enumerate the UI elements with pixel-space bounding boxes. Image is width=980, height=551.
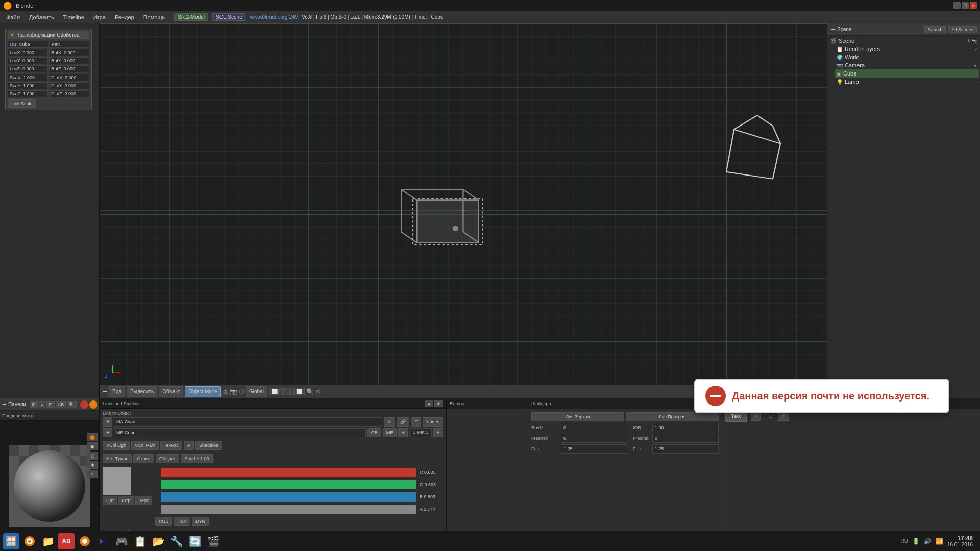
notification-popup[interactable]: Данная версия почти не используется. (694, 379, 949, 413)
menu-game[interactable]: Игра (89, 13, 110, 21)
grid-btn-2[interactable]: ⬛ (281, 388, 292, 395)
taskbar-clipboard-icon[interactable]: 📋 (132, 533, 148, 549)
fac2-input[interactable] (652, 444, 719, 454)
taskbar-sync-icon[interactable]: 🔄 (187, 533, 203, 549)
outliner-item-renderlayers[interactable]: 📋 RenderLayers ? (835, 45, 979, 53)
taskbar-ab-icon[interactable]: AB (58, 533, 75, 549)
menu-file[interactable]: Файл (2, 13, 24, 21)
mat-skin-btn[interactable]: ◈ (87, 461, 98, 469)
vcol-pain-btn[interactable]: VCol Pain (131, 441, 159, 450)
r-slider[interactable] (161, 468, 416, 477)
close-button[interactable]: ✕ (970, 2, 977, 9)
het-tuman-btn[interactable]: Нет Туман (103, 454, 132, 463)
global-btn[interactable]: Global (246, 386, 267, 397)
panel-icon-4[interactable]: AB (56, 401, 66, 408)
zerk-btn[interactable]: Зерк (135, 496, 152, 505)
obcvet-btn[interactable]: ОбЦвет (156, 454, 179, 463)
rotx-field[interactable] (49, 49, 89, 56)
ma-input[interactable] (114, 417, 383, 427)
fresnel2-input[interactable] (652, 434, 719, 443)
select-menu-btn[interactable]: Выделить (127, 386, 157, 397)
view-menu-btn[interactable]: Вид (109, 386, 125, 397)
outliner-item-lamp[interactable]: 💡 Lamp • (835, 78, 979, 86)
panel-icon-2[interactable]: ≡ (39, 401, 45, 408)
panel-icon-5[interactable]: 🔍 (67, 401, 77, 408)
viewport-settings[interactable]: ⚙ (315, 388, 321, 395)
fac1-input[interactable] (561, 444, 627, 454)
shad-a-btn[interactable]: Shad A 1.00 (181, 454, 213, 463)
mat-hair-btn[interactable]: ≈ (87, 470, 98, 478)
minimize-button[interactable]: — (953, 2, 961, 9)
panel-icon-3[interactable]: ⊟ (46, 401, 55, 408)
locz-field[interactable] (8, 65, 48, 72)
maximize-button[interactable]: □ (962, 2, 969, 9)
taskbar-blender-icon[interactable] (21, 533, 38, 549)
taskbar-blender2-icon[interactable] (77, 533, 93, 549)
taskbar-game-icon[interactable]: 🎮 (113, 533, 130, 549)
cvet-btn[interactable]: Цвт (103, 496, 117, 505)
locy-field[interactable] (8, 57, 48, 64)
outliner-item-scene[interactable]: 🎬 Scene 👁 📷 (828, 37, 979, 45)
color-btn-red[interactable] (80, 400, 88, 409)
taskbar-start-btn[interactable]: 🪟 (3, 533, 19, 549)
outliner-item-cube[interactable]: ▣ Cube (835, 69, 979, 78)
menu-timeline[interactable]: Timeline (59, 13, 88, 21)
grid-btn-1[interactable]: ⬜ (269, 388, 280, 395)
taskbar-camera-icon[interactable]: 🎬 (205, 533, 222, 549)
par-field[interactable] (50, 41, 89, 48)
all-scenes-btn[interactable]: All Scenes (948, 26, 977, 33)
taskbar-folder-icon[interactable]: 📂 (150, 533, 166, 549)
mat-slot-arrow-right[interactable]: ► (433, 428, 443, 437)
a-slider[interactable] (161, 505, 416, 514)
mat-header-btn1[interactable]: ▲ (425, 400, 433, 407)
hsv-btn[interactable]: HSV (174, 517, 190, 526)
roty-field[interactable] (49, 57, 89, 64)
me-arrow-left[interactable]: ◄ (103, 428, 112, 437)
outliner-item-camera[interactable]: 📷 Camera ◄ (835, 61, 979, 69)
ob-btn[interactable]: OB (368, 428, 381, 437)
b-slider[interactable] (161, 492, 416, 502)
a-btn[interactable]: A (184, 441, 194, 450)
dyn-btn[interactable]: DYN (192, 517, 209, 526)
viewport-menu-icon[interactable]: ☰ (103, 389, 107, 394)
taskbar-media-icon[interactable]: ⏯ (95, 533, 111, 549)
scene-cam-btn[interactable]: 📷 (972, 39, 977, 43)
ob-field[interactable] (8, 41, 48, 48)
luch-zerkal-btn[interactable]: Луч Зеркал (531, 412, 624, 421)
locx-field[interactable] (8, 49, 48, 56)
scax-field[interactable] (8, 74, 48, 81)
menu-render[interactable]: Рендер (111, 13, 138, 21)
diffuse-color-swatch[interactable] (103, 467, 131, 495)
grid-btn-3[interactable]: ⬜ (293, 388, 305, 395)
rl-question-btn[interactable]: ? (975, 47, 977, 52)
workspace-selector[interactable]: SR:2-Model (174, 13, 208, 21)
link-scale-button[interactable]: Link Scale (8, 99, 36, 108)
mat-header-btn2[interactable]: ▼ (434, 400, 443, 407)
texfac-btn[interactable]: TexFac (160, 441, 182, 450)
mat-arrow-left[interactable]: ◄ (103, 417, 112, 427)
mat-x-btn[interactable]: ✕ (384, 417, 395, 427)
fresnel1-input[interactable] (561, 434, 627, 443)
otp-btn[interactable]: Отр (118, 496, 134, 505)
rotz-field[interactable] (49, 65, 89, 72)
luch-prozr-btn[interactable]: Луч Прозрач (626, 412, 719, 421)
vcol-ligh-btn[interactable]: VCol Ligh (103, 441, 130, 450)
scaz-field[interactable] (8, 90, 48, 97)
taskbar-file-icon[interactable]: 📁 (40, 533, 56, 549)
mat-plane-btn[interactable]: ◻ (87, 452, 98, 460)
rgb-btn[interactable]: RGB (155, 517, 173, 526)
panel-icon-1[interactable]: ⊞ (30, 401, 38, 408)
me-input[interactable] (114, 428, 366, 437)
ior-input[interactable] (652, 423, 719, 432)
taskbar-tool-icon[interactable]: 🔧 (168, 533, 185, 549)
shadeles-btn[interactable]: Shadeles (195, 441, 222, 450)
mat-slot-arrow[interactable]: ◄ (398, 428, 408, 437)
color-btn-orange[interactable] (89, 400, 97, 409)
dimy-field[interactable] (49, 82, 89, 89)
dimx-field[interactable] (49, 74, 89, 81)
camera-arrow[interactable]: ◄ (973, 63, 977, 68)
menu-add[interactable]: Добавить (25, 13, 58, 21)
nodes-btn[interactable]: Nodes (423, 417, 443, 427)
raymir-input[interactable] (561, 423, 627, 432)
me-btn[interactable]: ME (383, 428, 397, 437)
